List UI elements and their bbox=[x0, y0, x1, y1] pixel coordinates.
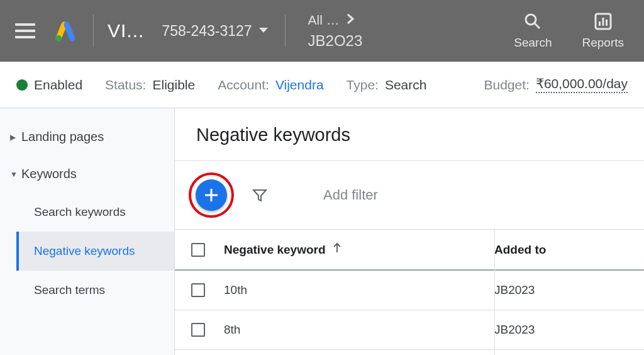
cell-added-to: JB2023 bbox=[494, 323, 628, 337]
google-ads-logo[interactable] bbox=[53, 18, 78, 43]
cell-added-to: JB2023 bbox=[494, 283, 628, 297]
account-dropdown-icon[interactable] bbox=[258, 26, 269, 36]
app-header: VI... 758-243-3127 All … JB2O23 Search R… bbox=[0, 0, 644, 62]
filter-icon[interactable] bbox=[252, 187, 268, 203]
column-divider bbox=[494, 230, 495, 355]
header-divider bbox=[93, 14, 94, 47]
sidebar-item-negative-keywords[interactable]: Negative keywords bbox=[16, 232, 174, 271]
column-negative-keyword[interactable]: Negative keyword bbox=[224, 243, 326, 257]
sidebar-item-keywords[interactable]: ▼ Keywords bbox=[0, 155, 174, 193]
breadcrumb-campaign[interactable]: JB2O23 bbox=[308, 32, 514, 50]
highlight-circle bbox=[189, 172, 234, 218]
search-button[interactable]: Search bbox=[514, 12, 552, 50]
cell-keyword: 8th bbox=[224, 323, 494, 337]
status-bar: Enabled Status: Eligible Account: Vijend… bbox=[0, 62, 644, 108]
select-all-checkbox[interactable] bbox=[191, 243, 205, 257]
main-panel: Negative keywords Add filter Negative ke… bbox=[175, 108, 644, 355]
svg-rect-4 bbox=[602, 18, 604, 26]
table-header: Negative keyword Added to bbox=[175, 230, 644, 271]
status-value: Eligible bbox=[152, 77, 195, 93]
sort-ascending-icon[interactable] bbox=[332, 242, 342, 257]
add-filter-button[interactable]: Add filter bbox=[323, 187, 378, 203]
breadcrumb[interactable]: All … JB2O23 bbox=[308, 13, 514, 50]
svg-point-1 bbox=[526, 14, 536, 25]
budget-value[interactable]: ₹60,000.00/day bbox=[536, 76, 628, 93]
sidebar-item-search-terms[interactable]: Search terms bbox=[16, 271, 174, 310]
sidebar-item-label: Keywords bbox=[21, 167, 77, 181]
row-checkbox[interactable] bbox=[191, 283, 205, 297]
sidebar-item-landing-pages[interactable]: ▶ Landing pages bbox=[0, 118, 174, 155]
table-row[interactable]: 8th JB2023 bbox=[175, 310, 644, 350]
chevron-right-icon: ▶ bbox=[10, 133, 18, 142]
type-value: Search bbox=[385, 77, 427, 93]
svg-rect-3 bbox=[599, 21, 601, 26]
type-label: Type: bbox=[347, 77, 379, 93]
cell-keyword: 10th bbox=[224, 283, 494, 297]
account-id[interactable]: 758-243-3127 bbox=[162, 23, 252, 40]
header-divider bbox=[285, 14, 286, 47]
chevron-down-icon: ▼ bbox=[10, 170, 18, 179]
breadcrumb-top-label: All … bbox=[308, 13, 340, 28]
table-row[interactable]: 10th JB2023 bbox=[175, 271, 644, 310]
menu-button[interactable] bbox=[15, 23, 35, 38]
reports-button[interactable]: Reports bbox=[582, 12, 624, 50]
reports-icon bbox=[594, 12, 613, 31]
svg-point-0 bbox=[55, 35, 62, 42]
enabled-label: Enabled bbox=[34, 77, 82, 93]
svg-rect-5 bbox=[606, 20, 608, 26]
sidebar: ▶ Landing pages ▼ Keywords Search keywor… bbox=[0, 108, 175, 355]
chevron-right-icon bbox=[346, 13, 355, 28]
reports-label: Reports bbox=[582, 36, 624, 50]
account-label: Account: bbox=[218, 77, 269, 93]
toolbar: Add filter bbox=[175, 161, 644, 230]
budget-label: Budget: bbox=[484, 77, 529, 93]
sidebar-item-label: Landing pages bbox=[21, 130, 104, 144]
sidebar-item-search-keywords[interactable]: Search keywords bbox=[16, 193, 174, 232]
row-checkbox[interactable] bbox=[191, 323, 205, 337]
search-icon bbox=[523, 12, 542, 31]
page-title: Negative keywords bbox=[175, 108, 644, 161]
search-label: Search bbox=[514, 36, 552, 50]
status-label: Status: bbox=[105, 77, 146, 93]
enabled-status-dot bbox=[16, 79, 28, 91]
account-link[interactable]: Vijendra bbox=[275, 77, 324, 93]
content-area: ▶ Landing pages ▼ Keywords Search keywor… bbox=[0, 108, 644, 355]
column-added-to[interactable]: Added to bbox=[494, 243, 628, 257]
account-name[interactable]: VI... bbox=[108, 20, 144, 42]
